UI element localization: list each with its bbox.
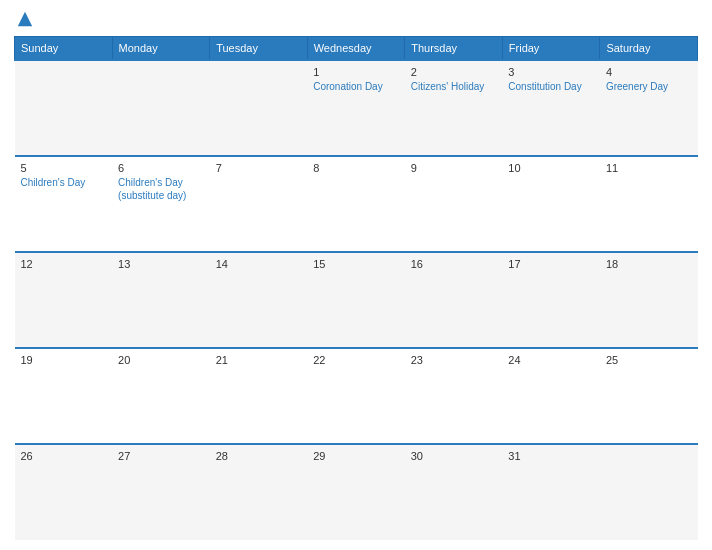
svg-marker-0 [18, 12, 32, 26]
calendar-cell: 26 [15, 444, 113, 540]
calendar-cell [15, 60, 113, 156]
calendar-cell: 1Coronation Day [307, 60, 405, 156]
weekday-header: Tuesday [210, 37, 308, 61]
calendar-cell: 3Constitution Day [502, 60, 600, 156]
day-number: 15 [313, 258, 399, 270]
day-number: 2 [411, 66, 497, 78]
day-number: 23 [411, 354, 497, 366]
day-number: 13 [118, 258, 204, 270]
weekday-header: Saturday [600, 37, 698, 61]
calendar-cell: 12 [15, 252, 113, 348]
calendar-cell: 15 [307, 252, 405, 348]
calendar-cell: 13 [112, 252, 210, 348]
calendar-cell [112, 60, 210, 156]
header [14, 10, 698, 28]
day-number: 26 [21, 450, 107, 462]
day-number: 31 [508, 450, 594, 462]
holiday-label: Children's Day (substitute day) [118, 177, 186, 201]
calendar-cell: 6Children's Day (substitute day) [112, 156, 210, 252]
weekday-header: Sunday [15, 37, 113, 61]
calendar-cell: 24 [502, 348, 600, 444]
calendar-cell: 19 [15, 348, 113, 444]
day-number: 25 [606, 354, 692, 366]
logo-icon [16, 10, 34, 28]
calendar-cell: 4Greenery Day [600, 60, 698, 156]
calendar-cell: 31 [502, 444, 600, 540]
calendar-week-row: 19202122232425 [15, 348, 698, 444]
calendar-cell [600, 444, 698, 540]
calendar-week-row: 1Coronation Day2Citizens' Holiday3Consti… [15, 60, 698, 156]
calendar-cell: 18 [600, 252, 698, 348]
day-number: 27 [118, 450, 204, 462]
day-number: 21 [216, 354, 302, 366]
calendar-cell: 20 [112, 348, 210, 444]
holiday-label: Coronation Day [313, 81, 382, 92]
calendar-cell: 21 [210, 348, 308, 444]
calendar-cell: 30 [405, 444, 503, 540]
calendar-cell: 10 [502, 156, 600, 252]
holiday-label: Constitution Day [508, 81, 581, 92]
calendar-cell: 22 [307, 348, 405, 444]
day-number: 18 [606, 258, 692, 270]
day-number: 8 [313, 162, 399, 174]
day-number: 5 [21, 162, 107, 174]
holiday-label: Children's Day [21, 177, 86, 188]
weekday-header: Friday [502, 37, 600, 61]
day-number: 30 [411, 450, 497, 462]
weekday-header: Monday [112, 37, 210, 61]
day-number: 17 [508, 258, 594, 270]
day-number: 29 [313, 450, 399, 462]
calendar-cell: 14 [210, 252, 308, 348]
day-number: 16 [411, 258, 497, 270]
day-number: 4 [606, 66, 692, 78]
calendar-cell: 28 [210, 444, 308, 540]
day-number: 11 [606, 162, 692, 174]
calendar-table: SundayMondayTuesdayWednesdayThursdayFrid… [14, 36, 698, 540]
holiday-label: Greenery Day [606, 81, 668, 92]
calendar-cell: 11 [600, 156, 698, 252]
day-number: 1 [313, 66, 399, 78]
calendar-cell: 17 [502, 252, 600, 348]
calendar-cell [210, 60, 308, 156]
calendar-cell: 7 [210, 156, 308, 252]
calendar-week-row: 5Children's Day6Children's Day (substitu… [15, 156, 698, 252]
calendar-cell: 27 [112, 444, 210, 540]
day-number: 10 [508, 162, 594, 174]
day-number: 14 [216, 258, 302, 270]
calendar-cell: 5Children's Day [15, 156, 113, 252]
day-number: 9 [411, 162, 497, 174]
day-number: 12 [21, 258, 107, 270]
day-number: 6 [118, 162, 204, 174]
day-number: 22 [313, 354, 399, 366]
day-number: 24 [508, 354, 594, 366]
day-number: 7 [216, 162, 302, 174]
weekday-header: Thursday [405, 37, 503, 61]
calendar-cell: 8 [307, 156, 405, 252]
calendar-cell: 9 [405, 156, 503, 252]
holiday-label: Citizens' Holiday [411, 81, 485, 92]
calendar-cell: 2Citizens' Holiday [405, 60, 503, 156]
weekday-header: Wednesday [307, 37, 405, 61]
page: SundayMondayTuesdayWednesdayThursdayFrid… [0, 0, 712, 550]
calendar-cell: 23 [405, 348, 503, 444]
day-number: 3 [508, 66, 594, 78]
day-number: 28 [216, 450, 302, 462]
calendar-week-row: 12131415161718 [15, 252, 698, 348]
calendar-header-row: SundayMondayTuesdayWednesdayThursdayFrid… [15, 37, 698, 61]
calendar-cell: 16 [405, 252, 503, 348]
calendar-cell: 25 [600, 348, 698, 444]
logo [14, 10, 36, 28]
calendar-week-row: 262728293031 [15, 444, 698, 540]
day-number: 19 [21, 354, 107, 366]
day-number: 20 [118, 354, 204, 366]
calendar-cell: 29 [307, 444, 405, 540]
